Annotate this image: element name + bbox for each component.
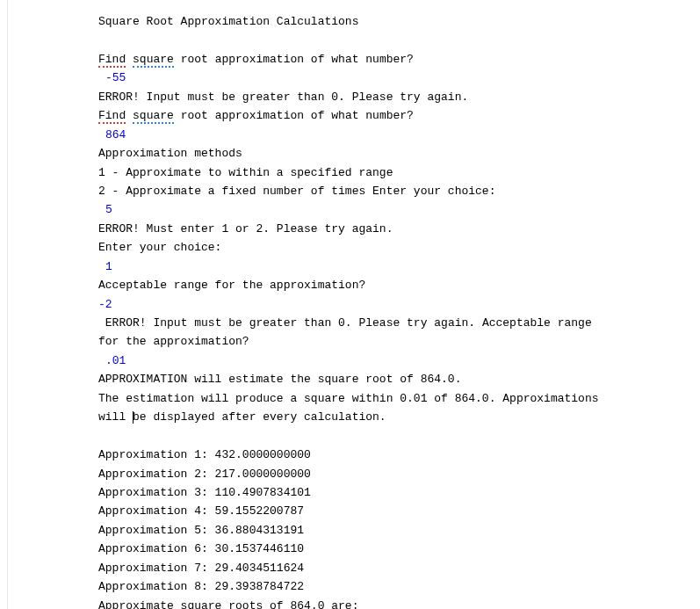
- prompt-find-number: Find square root approximation of what n…: [98, 106, 602, 125]
- console-output: Square Root Approximation Calculations F…: [0, 0, 602, 609]
- spell-underline: square: [133, 109, 174, 124]
- user-input: .01: [98, 352, 602, 370]
- error-message: ERROR! Input must be greater than 0. Ple…: [98, 88, 602, 106]
- blank-line: [98, 31, 602, 49]
- user-input: 864: [98, 126, 602, 144]
- methods-header: Approximation methods: [98, 144, 602, 163]
- method-option: 2 - Approximate a fixed number of times …: [98, 182, 602, 200]
- approximation-row: Approximation 4: 59.1552200787: [98, 502, 602, 520]
- prompt-enter-choice: Enter your choice:: [98, 238, 602, 257]
- user-input: -2: [98, 295, 602, 314]
- left-margin-rule: [0, 0, 8, 609]
- error-message: ERROR! Input must be greater than 0. Ple…: [98, 314, 602, 352]
- prompt-range: Acceptable range for the approximation?: [98, 276, 602, 294]
- approximation-row: Approximation 1: 432.0000000000: [98, 446, 602, 464]
- method-option: 1 - Approximate to within a specified ra…: [98, 163, 602, 182]
- approximation-row: Approximation 7: 29.4034511624: [98, 559, 602, 577]
- user-input: 1: [98, 257, 602, 276]
- blank-line: [98, 427, 602, 446]
- title: Square Root Approximation Calculations: [98, 12, 602, 31]
- user-input: -55: [98, 69, 602, 87]
- error-message: ERROR! Must enter 1 or 2. Please try aga…: [98, 220, 602, 238]
- spell-underline: Find: [98, 53, 126, 68]
- prompt-find-number: Find square root approximation of what n…: [98, 50, 602, 69]
- approximation-row: Approximation 6: 30.1537446110: [98, 540, 602, 558]
- approximation-intro: APPROXIMATION will estimate the square r…: [98, 370, 602, 388]
- approximation-row: Approximation 8: 29.3938784722: [98, 577, 602, 596]
- user-input: 5: [98, 200, 602, 219]
- approximation-detail: The estimation will produce a square wit…: [98, 389, 602, 427]
- approximation-row: Approximation 3: 110.4907834101: [98, 483, 602, 502]
- spell-underline: Find: [98, 109, 126, 124]
- text-cursor: [133, 411, 134, 424]
- spell-underline: square: [133, 53, 174, 68]
- result-header: Approximate square roots of 864.0 are:: [98, 597, 602, 609]
- approximation-row: Approximation 5: 36.8804313191: [98, 521, 602, 540]
- approximation-row: Approximation 2: 217.0000000000: [98, 465, 602, 483]
